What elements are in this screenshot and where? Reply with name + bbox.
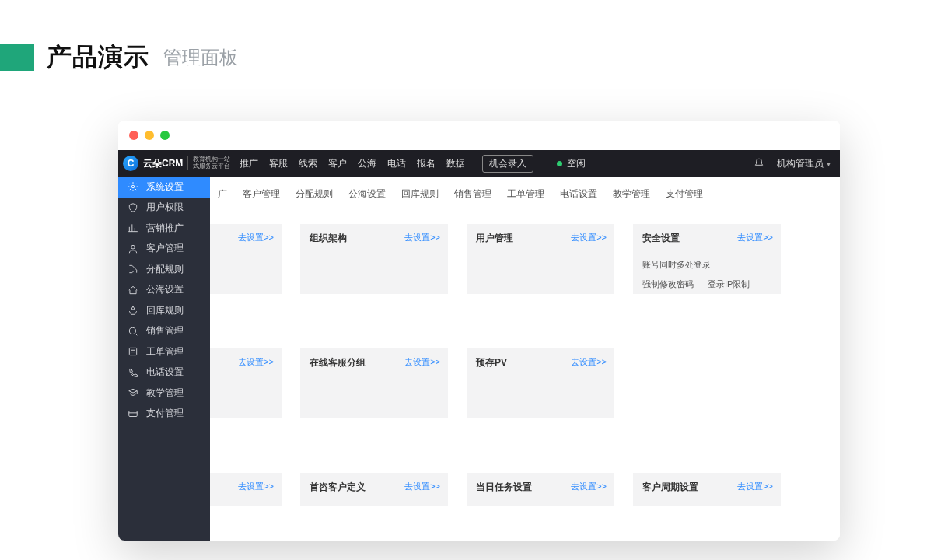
logo-icon: C: [123, 156, 138, 171]
close-dot[interactable]: [129, 131, 138, 140]
nav-item[interactable]: 客户: [328, 157, 347, 170]
sidebar-item-pool[interactable]: 公海设置: [118, 280, 210, 301]
status-indicator[interactable]: 空闲: [557, 157, 586, 170]
settings-card: 则去设置>>: [210, 473, 282, 506]
go-settings-link[interactable]: 去设置>>: [571, 481, 607, 492]
shield-icon: [128, 202, 138, 213]
sidebar-item-label: 电话设置: [146, 366, 184, 379]
nav-item[interactable]: 客服: [269, 157, 288, 170]
maximize-dot[interactable]: [160, 131, 170, 140]
sidebar-item-label: 营销推广: [146, 222, 184, 235]
nav-item[interactable]: 线索: [299, 157, 317, 170]
app-header: C 云朵CRM 教育机构一站 式服务云平台 推广 客服 线索 客户 公海 电话 …: [118, 150, 840, 177]
sidebar-item-recycle[interactable]: 回库规则: [118, 300, 210, 321]
sidebar-item-user[interactable]: 客户管理: [118, 239, 210, 260]
card-sub-item[interactable]: 登录IP限制: [708, 278, 750, 290]
card-row: 置去设置>>在线客服分组去设置>>预存PV去设置>>: [210, 348, 840, 418]
logo-block: C 云朵CRM 教育机构一站 式服务云平台: [123, 156, 230, 171]
go-settings-link[interactable]: 去设置>>: [571, 232, 607, 243]
settings-card: 当日任务设置去设置>>: [467, 473, 614, 506]
card-sub-list: 账号同时多处登录强制修改密码登录IP限制: [642, 259, 771, 290]
tab-item[interactable]: 分配规则: [288, 184, 341, 204]
slide-title-main: 产品演示: [47, 40, 149, 75]
pay-icon: [128, 408, 138, 419]
record-button[interactable]: 机会录入: [482, 155, 533, 173]
nav-item[interactable]: 报名: [417, 157, 436, 170]
user-menu[interactable]: 机构管理员: [777, 157, 831, 170]
sidebar-item-edu[interactable]: 教学管理: [118, 383, 210, 404]
user-icon: [128, 243, 138, 254]
go-settings-link[interactable]: 去设置>>: [404, 232, 440, 243]
settings-card: 组织架构去设置>>: [300, 224, 448, 294]
user-label: 机构管理员: [777, 157, 824, 170]
phone-icon: [128, 367, 138, 378]
nav-item[interactable]: 推广: [240, 157, 258, 170]
sidebar-item-label: 客户管理: [146, 242, 184, 255]
settings-card: 预存PV去设置>>: [467, 348, 614, 418]
sidebar-item-ticket[interactable]: 工单管理: [118, 341, 210, 362]
tab-item[interactable]: 电话设置: [552, 184, 605, 204]
sidebar-item-phone[interactable]: 电话设置: [118, 362, 210, 383]
svg-point-1: [131, 245, 135, 249]
sidebar-item-label: 系统设置: [146, 180, 184, 194]
card-row: 去设置>>组织架构去设置>>用户管理去设置>>安全设置去设置>>账号同时多处登录…: [210, 224, 840, 294]
svg-point-0: [131, 186, 135, 189]
sidebar-item-settings[interactable]: 系统设置: [118, 177, 210, 198]
go-settings-link[interactable]: 去设置>>: [238, 232, 274, 243]
sidebar-item-shield[interactable]: 用户权限: [118, 198, 210, 219]
settings-card: 首咨客户定义去设置>>: [300, 473, 448, 506]
app-window: C 云朵CRM 教育机构一站 式服务云平台 推广 客服 线索 客户 公海 电话 …: [118, 121, 840, 541]
nav-item[interactable]: 公海: [358, 157, 376, 170]
card-sub-item[interactable]: 账号同时多处登录: [642, 259, 711, 271]
settings-card: 客户周期设置去设置>>: [633, 473, 781, 506]
status-label: 空闲: [567, 157, 586, 170]
tab-item[interactable]: 销售管理: [446, 184, 499, 204]
sidebar: 系统设置用户权限营销推广客户管理分配规则公海设置回库规则销售管理工单管理电话设置…: [118, 177, 210, 541]
status-dot-icon: [557, 161, 562, 166]
go-settings-link[interactable]: 去设置>>: [571, 356, 607, 368]
split-icon: [128, 264, 138, 275]
tab-item[interactable]: 广: [218, 184, 235, 204]
tab-item[interactable]: 回库规则: [394, 184, 446, 204]
nav-item[interactable]: 数据: [446, 157, 465, 170]
cards-wrap: 去设置>>组织架构去设置>>用户管理去设置>>安全设置去设置>>账号同时多处登录…: [210, 212, 840, 506]
bell-icon[interactable]: [754, 158, 764, 169]
svg-rect-4: [129, 411, 138, 416]
go-settings-link[interactable]: 去设置>>: [737, 481, 773, 492]
window-chrome: [118, 121, 840, 150]
top-nav: 推广 客服 线索 客户 公海 电话 报名 数据 机会录入: [240, 155, 533, 173]
sidebar-item-label: 销售管理: [146, 324, 184, 338]
go-settings-link[interactable]: 去设置>>: [404, 356, 440, 368]
ticket-icon: [128, 346, 138, 357]
svg-point-2: [129, 327, 135, 334]
minimize-dot[interactable]: [145, 131, 154, 140]
go-settings-link[interactable]: 去设置>>: [238, 356, 274, 368]
tab-item[interactable]: 支付管理: [658, 184, 711, 204]
tab-item[interactable]: 公海设置: [341, 184, 394, 204]
logo-text: 云朵CRM: [143, 157, 183, 170]
sidebar-item-split[interactable]: 分配规则: [118, 259, 210, 280]
tab-item[interactable]: 教学管理: [605, 184, 658, 204]
sales-icon: [128, 326, 138, 337]
card-sub-item[interactable]: 强制修改密码: [642, 278, 694, 290]
nav-item[interactable]: 电话: [387, 157, 406, 170]
settings-card: 置去设置>>: [210, 348, 282, 418]
sidebar-item-chart[interactable]: 营销推广: [118, 218, 210, 239]
sidebar-item-label: 回库规则: [146, 304, 184, 317]
settings-card: 在线客服分组去设置>>: [300, 348, 448, 418]
tab-item[interactable]: 工单管理: [499, 184, 552, 204]
accent-bar: [0, 44, 34, 71]
go-settings-link[interactable]: 去设置>>: [737, 232, 773, 243]
settings-card: 去设置>>: [210, 224, 282, 294]
recycle-icon: [128, 305, 138, 316]
tab-item[interactable]: 客户管理: [235, 184, 288, 204]
sidebar-item-pay[interactable]: 支付管理: [118, 404, 210, 425]
settings-card: 安全设置去设置>>账号同时多处登录强制修改密码登录IP限制: [633, 224, 781, 294]
go-settings-link[interactable]: 去设置>>: [238, 481, 274, 492]
go-settings-link[interactable]: 去设置>>: [404, 481, 440, 492]
slide-title: 产品演示 管理面板: [0, 40, 238, 75]
sidebar-item-sales[interactable]: 销售管理: [118, 321, 210, 342]
sidebar-item-label: 支付管理: [146, 407, 184, 420]
app-body: 系统设置用户权限营销推广客户管理分配规则公海设置回库规则销售管理工单管理电话设置…: [118, 177, 840, 541]
card-row: 则去设置>>首咨客户定义去设置>>当日任务设置去设置>>客户周期设置去设置>>: [210, 473, 840, 506]
